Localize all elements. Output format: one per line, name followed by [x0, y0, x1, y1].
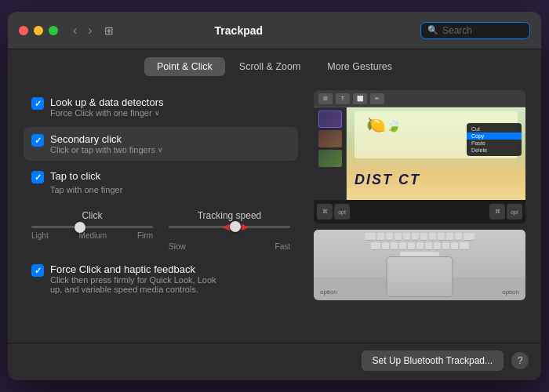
trackpad-area [387, 256, 453, 297]
app-preview: ⊞ T ⬜ ✏ [314, 90, 525, 223]
check-icon-4: ✓ [35, 266, 42, 276]
key [416, 242, 424, 250]
traffic-lights [19, 26, 58, 35]
tracking-speed-slider-group: Tracking speed ◀ ▶ Slow Fast [169, 210, 290, 251]
click-slider-thumb[interactable] [75, 222, 85, 233]
back-button[interactable]: ‹ [69, 22, 81, 39]
app-tool-3: ⬜ [353, 93, 367, 104]
app-sidebar [314, 107, 347, 200]
nav-buttons: ‹ › [69, 22, 96, 39]
force-click-subtitle: Click then press firmly for Quick Look, … [50, 275, 223, 294]
key-row-2 [318, 242, 521, 250]
close-button[interactable] [19, 26, 28, 35]
tracking-speed-label: Tracking speed [198, 210, 262, 221]
menu-item-3: Paste [467, 140, 522, 147]
tracking-speed-slider-track[interactable]: ◀ ▶ [169, 226, 290, 228]
key [382, 242, 389, 250]
lookup-dropdown-arrow[interactable]: ∨ [155, 109, 160, 117]
app-preview-image: ⊞ T ⬜ ✏ [314, 90, 525, 223]
arrow-right-icon: ▶ [242, 222, 248, 232]
key [394, 233, 402, 241]
app-canvas: 🍋 🍃 DIST CT Cut Copy Paste Delete [347, 107, 525, 200]
slide-thumb-2 [318, 130, 342, 147]
slide-thumb-3 [318, 150, 342, 167]
help-button[interactable]: ? [511, 352, 529, 369]
main-content: ✓ Look up & data detectors Force Click w… [8, 82, 541, 343]
tab-more-gestures[interactable]: More Gestures [314, 57, 405, 76]
key [377, 233, 384, 241]
tap-to-click-option: ✓ Tap to click Tap with one finger [24, 164, 298, 202]
keyboard-preview: option option [314, 230, 525, 300]
bottom-btn-3: ⌘ [489, 204, 505, 220]
key [365, 233, 376, 241]
force-click-checkbox[interactable]: ✓ [31, 264, 44, 277]
app-body: 🍋 🍃 DIST CT Cut Copy Paste Delete [314, 107, 525, 200]
click-slider-label: Click [82, 210, 103, 221]
secondary-click-checkbox[interactable]: ✓ [31, 134, 44, 147]
click-label-light: Light [31, 231, 49, 240]
window-title: Trackpad [120, 24, 358, 37]
tracking-speed-thumb[interactable] [230, 221, 241, 232]
app-tool-4: ✏ [370, 93, 384, 104]
key [434, 242, 441, 250]
menu-item-4: Delete [467, 147, 522, 154]
key [442, 242, 449, 250]
search-box[interactable]: 🔍 [420, 22, 530, 39]
bottom-bar: Set Up Bluetooth Trackpad... ? [8, 343, 541, 377]
key [446, 233, 453, 241]
bottom-btn-1: ⌘ [317, 204, 333, 220]
arrow-left-icon: ◀ [223, 222, 229, 232]
tap-to-click-checkbox[interactable]: ✓ [31, 171, 44, 183]
key [420, 233, 427, 241]
key [403, 233, 410, 241]
secondary-click-title: Secondary click [50, 133, 163, 145]
secondary-click-dropdown-arrow[interactable]: ∨ [158, 146, 163, 154]
secondary-click-subtitle: Click or tap with two fingers [50, 145, 155, 154]
check-icon: ✓ [35, 99, 42, 109]
tab-point-click[interactable]: Point & Click [144, 57, 225, 76]
secondary-click-text: Secondary click Click or tap with two fi… [50, 133, 163, 154]
force-click-option: ✓ Force Click and haptic feedback Click … [24, 257, 298, 300]
app-tool-1: ⊞ [318, 93, 333, 104]
key [451, 242, 458, 250]
left-panel: ✓ Look up & data detectors Force Click w… [24, 90, 298, 335]
lookup-title: Look up & data detectors [50, 96, 164, 108]
bottom-btn-4: opt [507, 204, 522, 220]
key [412, 233, 419, 241]
tabs-bar: Point & Click Scroll & Zoom More Gesture… [8, 49, 541, 82]
tracking-label-fast: Fast [275, 242, 290, 251]
click-slider-track[interactable] [31, 226, 153, 228]
minimize-button[interactable] [34, 26, 43, 35]
app-bottom-bar: ⌘ opt ⌘ opt [314, 200, 525, 223]
force-click-title: Force Click and haptic feedback [50, 263, 223, 275]
search-input[interactable] [442, 25, 521, 36]
bluetooth-trackpad-button[interactable]: Set Up Bluetooth Trackpad... [362, 350, 504, 371]
lookup-subtitle: Force Click with one finger [50, 108, 152, 118]
forward-button[interactable]: › [84, 22, 96, 39]
check-icon-2: ✓ [35, 136, 42, 146]
click-label-firm: Firm [137, 231, 153, 240]
key [429, 233, 436, 241]
tap-to-click-text: Tap to click Tap with one finger [50, 170, 122, 196]
tap-to-click-title: Tap to click [50, 170, 122, 182]
lookup-checkbox[interactable]: ✓ [31, 97, 44, 110]
sliders-section: Click Light Medium Firm Tracking speed [24, 205, 298, 254]
lookup-option: ✓ Look up & data detectors Force Click w… [24, 90, 298, 124]
click-slider-group: Click Light Medium Firm [31, 210, 153, 251]
search-icon: 🔍 [427, 25, 438, 35]
right-panel: ⊞ T ⬜ ✏ [314, 90, 525, 335]
tab-scroll-zoom[interactable]: Scroll & Zoom [227, 57, 314, 76]
secondary-click-option: ✓ Secondary click Click or tap with two … [24, 127, 298, 161]
canvas-menu: Cut Copy Paste Delete [467, 123, 522, 156]
key [399, 242, 406, 250]
kb-label-left: option [320, 289, 337, 296]
key [371, 242, 380, 250]
key [391, 242, 398, 250]
click-slider-labels: Light Medium Firm [31, 231, 153, 240]
key [408, 242, 415, 250]
key [455, 233, 462, 241]
fullscreen-button[interactable] [49, 26, 58, 35]
app-tool-2: T [336, 93, 350, 104]
key [438, 233, 445, 241]
menu-item-2: Copy [467, 132, 522, 140]
